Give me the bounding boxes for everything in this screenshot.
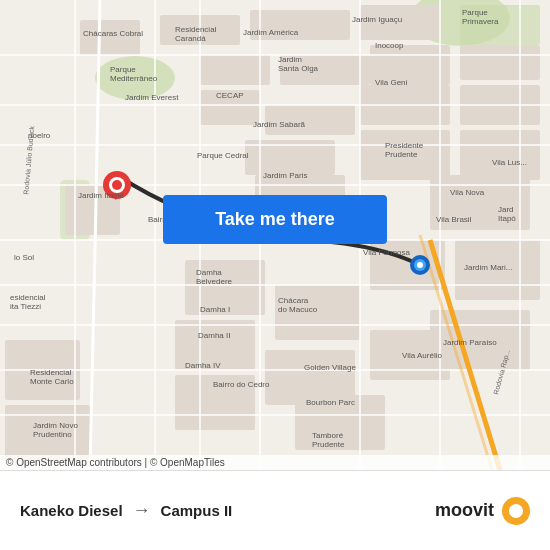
svg-rect-12 [460, 45, 540, 80]
svg-text:Vila Nova: Vila Nova [450, 188, 485, 197]
svg-text:Presidente: Presidente [385, 141, 424, 150]
moovit-text: moovit [435, 500, 494, 521]
svg-text:Belvedere: Belvedere [196, 277, 233, 286]
svg-text:do Macuco: do Macuco [278, 305, 318, 314]
svg-text:Damha IV: Damha IV [185, 361, 221, 370]
svg-text:Vila Geni: Vila Geni [375, 78, 408, 87]
svg-text:Prudente: Prudente [312, 440, 345, 449]
svg-text:Jardim Mari...: Jardim Mari... [464, 263, 512, 272]
route-info: Kaneko Diesel → Campus II [20, 500, 435, 521]
moovit-logo-dot [502, 497, 530, 525]
svg-text:Jardim Iguaçu: Jardim Iguaçu [352, 15, 402, 24]
svg-text:Vila Lus...: Vila Lus... [492, 158, 527, 167]
svg-text:Parque: Parque [462, 8, 488, 17]
svg-text:Damha: Damha [196, 268, 222, 277]
svg-text:Bairro do Cedro: Bairro do Cedro [213, 380, 270, 389]
svg-text:Vila Aurélio: Vila Aurélio [402, 351, 442, 360]
svg-text:Vila Formosa: Vila Formosa [363, 248, 411, 257]
svg-text:Jardim: Jardim [278, 55, 302, 64]
take-me-there-button[interactable]: Take me there [163, 195, 387, 244]
svg-text:Monte Carlo: Monte Carlo [30, 377, 74, 386]
svg-text:Golden Village: Golden Village [304, 363, 356, 372]
svg-text:Inocoop: Inocoop [375, 41, 404, 50]
svg-text:Jardim Paris: Jardim Paris [263, 171, 307, 180]
svg-text:Jardim Itaipú: Jardim Itaipú [78, 191, 124, 200]
svg-text:Chácaras Cobral: Chácaras Cobral [83, 29, 143, 38]
svg-text:Vila Brasil: Vila Brasil [436, 215, 472, 224]
svg-text:esidencial: esidencial [10, 293, 46, 302]
svg-text:lo Sol: lo Sol [14, 253, 34, 262]
svg-text:Residencial: Residencial [175, 25, 217, 34]
svg-text:Jardim Novo: Jardim Novo [33, 421, 78, 430]
svg-text:Jardim Everest: Jardim Everest [125, 93, 179, 102]
svg-text:Damha I: Damha I [200, 305, 230, 314]
svg-rect-19 [460, 130, 540, 180]
map-container: Chácaras Cobral Parque Mediterrâneo Jard… [0, 0, 550, 470]
svg-point-53 [112, 180, 122, 190]
moovit-logo: moovit [435, 497, 530, 525]
svg-text:Residencial: Residencial [30, 368, 72, 377]
svg-text:Primavera: Primavera [462, 17, 499, 26]
svg-text:Prudentino: Prudentino [33, 430, 72, 439]
origin-label: Kaneko Diesel [20, 502, 123, 519]
svg-text:CECAP: CECAP [216, 91, 244, 100]
svg-text:Mediterrâneo: Mediterrâneo [110, 74, 158, 83]
svg-text:Jard: Jard [498, 205, 514, 214]
svg-text:Jardim América: Jardim América [243, 28, 299, 37]
svg-text:Parque: Parque [110, 65, 136, 74]
svg-text:Prudente: Prudente [385, 150, 418, 159]
svg-text:Santa Olga: Santa Olga [278, 64, 319, 73]
route-arrow: → [133, 500, 151, 521]
svg-point-56 [417, 262, 423, 268]
svg-text:Chácara: Chácara [278, 296, 309, 305]
svg-text:Carandá: Carandá [175, 34, 206, 43]
destination-label: Campus II [161, 502, 233, 519]
footer: Kaneko Diesel → Campus II moovit [0, 470, 550, 550]
moovit-logo-dot-inner [509, 504, 523, 518]
svg-text:ita Tiezzi: ita Tiezzi [10, 302, 41, 311]
svg-text:Tamboré: Tamboré [312, 431, 344, 440]
svg-text:Damha II: Damha II [198, 331, 230, 340]
svg-text:Itapó: Itapó [498, 214, 516, 223]
svg-text:Bourbon Parc: Bourbon Parc [306, 398, 355, 407]
map-attribution: © OpenStreetMap contributors | © OpenMap… [0, 455, 550, 470]
svg-text:Jardim Sabarã: Jardim Sabarã [253, 120, 306, 129]
svg-text:Jardim Paraíso: Jardim Paraíso [443, 338, 497, 347]
svg-text:Parque Cedral: Parque Cedral [197, 151, 249, 160]
